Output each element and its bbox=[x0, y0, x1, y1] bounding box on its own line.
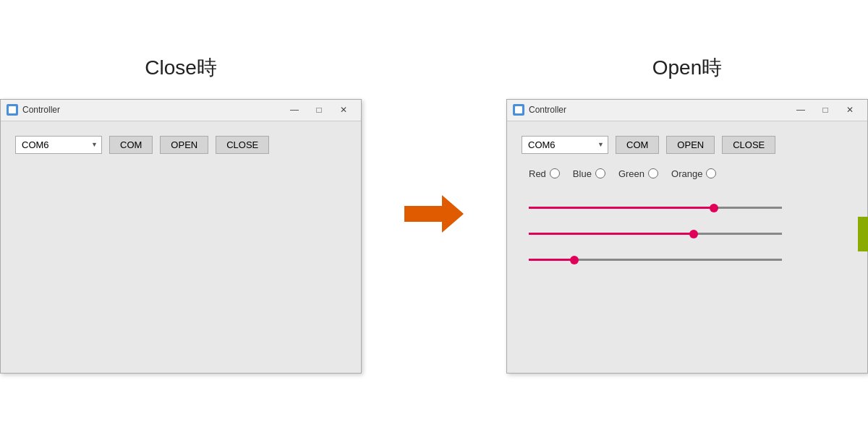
close-section: Close時 Controller — □ ✕ COM6 COM5 bbox=[0, 54, 362, 374]
slider-track-2 bbox=[529, 233, 782, 235]
slider-thumb-1[interactable] bbox=[710, 204, 718, 212]
open-toolbar: COM6 COM5 COM4 COM OPEN CLOSE bbox=[522, 136, 853, 154]
radio-red-circle[interactable] bbox=[550, 168, 560, 178]
open-titlebar: Controller — □ ✕ bbox=[507, 100, 867, 121]
open-close-button[interactable]: CLOSE bbox=[722, 136, 775, 154]
open-app-icon bbox=[513, 104, 524, 116]
radio-blue-label: Blue bbox=[573, 168, 592, 179]
close-open-button[interactable]: OPEN bbox=[160, 136, 208, 154]
slider-track-1 bbox=[529, 207, 782, 209]
radio-green: Green bbox=[618, 168, 658, 179]
open-maximize-btn[interactable]: □ bbox=[814, 103, 837, 117]
close-titlebar-controls: — □ ✕ bbox=[283, 103, 355, 117]
arrow-body bbox=[404, 206, 442, 222]
slider-track-3 bbox=[529, 259, 782, 261]
open-window-title: Controller bbox=[529, 105, 566, 115]
close-section-title: Close時 bbox=[145, 54, 217, 82]
right-arrow bbox=[404, 195, 464, 233]
close-window-title: Controller bbox=[22, 105, 60, 115]
slider-row-2 bbox=[529, 227, 846, 241]
radio-green-circle[interactable] bbox=[648, 168, 658, 178]
close-com-select[interactable]: COM6 COM5 COM4 bbox=[15, 136, 102, 154]
open-window-body: COM6 COM5 COM4 COM OPEN CLOSE Red Blue bbox=[507, 121, 867, 373]
slider-fill-3 bbox=[529, 259, 574, 261]
close-maximize-btn[interactable]: □ bbox=[307, 103, 331, 117]
radio-red-label: Red bbox=[529, 168, 546, 179]
open-section-title: Open時 bbox=[652, 54, 723, 82]
color-swatch bbox=[858, 217, 868, 251]
slider-thumb-3[interactable] bbox=[570, 256, 579, 264]
open-minimize-btn[interactable]: — bbox=[789, 103, 812, 117]
close-titlebar: Controller — □ ✕ bbox=[1, 100, 361, 121]
slider-row-1 bbox=[529, 201, 846, 215]
slider-row-3 bbox=[529, 253, 846, 267]
svg-rect-0 bbox=[9, 106, 16, 113]
close-app-icon bbox=[7, 104, 18, 116]
arrow-head bbox=[442, 195, 464, 233]
close-close-button[interactable]: CLOSE bbox=[216, 136, 269, 154]
close-minimize-btn[interactable]: — bbox=[283, 103, 306, 117]
sliders-area bbox=[522, 201, 853, 267]
close-window-body: COM6 COM5 COM4 COM OPEN CLOSE bbox=[1, 121, 361, 373]
close-close-btn[interactable]: ✕ bbox=[332, 103, 355, 117]
radio-red: Red bbox=[529, 168, 560, 179]
slider-fill-1 bbox=[529, 207, 714, 209]
radio-orange-label: Orange bbox=[671, 168, 702, 179]
close-com-button[interactable]: COM bbox=[109, 136, 153, 154]
slider-thumb-2[interactable] bbox=[689, 230, 698, 238]
radio-blue-circle[interactable] bbox=[595, 168, 605, 178]
close-toolbar: COM6 COM5 COM4 COM OPEN CLOSE bbox=[15, 136, 346, 154]
close-titlebar-left: Controller bbox=[7, 104, 60, 116]
close-com-select-wrapper: COM6 COM5 COM4 bbox=[15, 136, 102, 154]
radio-row: Red Blue Green Orange bbox=[522, 168, 853, 179]
radio-orange: Orange bbox=[671, 168, 716, 179]
open-section: Open時 Controller — □ ✕ COM6 COM5 bbox=[506, 54, 868, 374]
open-titlebar-controls: — □ ✕ bbox=[789, 103, 861, 117]
open-com-button[interactable]: COM bbox=[616, 136, 659, 154]
open-open-button[interactable]: OPEN bbox=[666, 136, 715, 154]
open-titlebar-left: Controller bbox=[513, 104, 566, 116]
radio-orange-circle[interactable] bbox=[706, 168, 716, 178]
radio-green-label: Green bbox=[618, 168, 644, 179]
radio-blue: Blue bbox=[573, 168, 605, 179]
slider-fill-2 bbox=[529, 233, 694, 235]
arrow-container bbox=[405, 195, 463, 233]
open-window: Controller — □ ✕ COM6 COM5 COM4 COM OPEN bbox=[506, 99, 868, 374]
open-close-btn[interactable]: ✕ bbox=[838, 103, 861, 117]
open-com-select[interactable]: COM6 COM5 COM4 bbox=[522, 136, 608, 154]
svg-rect-1 bbox=[515, 106, 522, 113]
open-com-select-wrapper: COM6 COM5 COM4 bbox=[522, 136, 608, 154]
close-window: Controller — □ ✕ COM6 COM5 COM4 COM OPEN bbox=[0, 99, 362, 374]
